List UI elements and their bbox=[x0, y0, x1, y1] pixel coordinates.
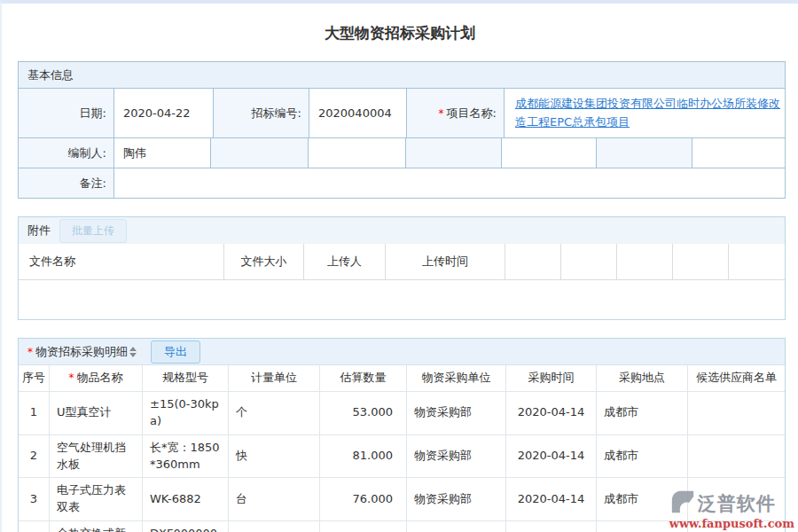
project-name-link[interactable]: 成都能源建设集团投资有限公司临时办公场所装修改造工程EPC总承包项目 bbox=[513, 90, 785, 136]
col-estimated-qty: 估算数量 bbox=[320, 365, 407, 391]
creator-value: 陶伟 bbox=[114, 138, 211, 168]
materials-section: * 物资招标采购明细 导出 序号 * 物品名称 规格型号 计量单位 估算数量 物… bbox=[18, 338, 786, 532]
materials-cell: 快 bbox=[229, 435, 320, 478]
col-file-size: 文件大小 bbox=[224, 244, 304, 279]
materials-cell bbox=[688, 478, 785, 520]
materials-cell: DXF0000000THC bbox=[143, 521, 229, 532]
materials-cell: 全热交换式新风换气机 bbox=[50, 521, 143, 532]
materials-cell: 电子式压力表双表 bbox=[50, 478, 143, 520]
materials-cell: U型真空计 bbox=[50, 392, 143, 434]
materials-cell: 长*宽：1850*360mm bbox=[143, 435, 229, 478]
col-item-name: * 物品名称 bbox=[50, 365, 143, 391]
empty-value-cell bbox=[502, 138, 597, 168]
date-value: 2020-04-22 bbox=[114, 89, 214, 137]
col-seq: 序号 bbox=[19, 365, 50, 391]
materials-cell: 2020-04-14 bbox=[506, 392, 597, 434]
materials-cell bbox=[688, 521, 785, 532]
materials-cell: 物资采购部 bbox=[407, 435, 506, 478]
bid-no-value: 2020040004 bbox=[309, 89, 407, 137]
empty-label-cell bbox=[597, 138, 692, 168]
col-empty bbox=[617, 244, 673, 279]
materials-cell bbox=[688, 392, 785, 434]
materials-cell: 4 bbox=[19, 521, 50, 532]
basic-info-row-1: 日期: 2020-04-22 招标编号: 2020040004 * 项目名称: … bbox=[19, 89, 785, 138]
materials-cell: 3 bbox=[19, 478, 50, 520]
attachments-title: 附件 bbox=[27, 223, 51, 239]
project-name-cell: 成都能源建设集团投资有限公司临时办公场所装修改造工程EPC总承包项目 bbox=[505, 89, 785, 137]
col-empty bbox=[673, 244, 729, 279]
materials-cell: WK-6882 bbox=[143, 478, 229, 520]
attachments-empty-body bbox=[19, 280, 785, 319]
page-title: 大型物资招标采购计划 bbox=[2, 4, 798, 61]
materials-cell: 个 bbox=[229, 392, 320, 434]
materials-table-row: 3电子式压力表双表WK-6882台76.000物资采购部2020-04-14成都… bbox=[19, 478, 785, 521]
col-purchase-place: 采购地点 bbox=[597, 365, 688, 391]
materials-cell: 台 bbox=[229, 521, 320, 532]
project-name-label: * 项目名称: bbox=[407, 89, 505, 137]
materials-cell: 2020-04-14 bbox=[506, 521, 597, 532]
materials-cell: 2020-04-14 bbox=[506, 435, 597, 478]
col-candidate-suppliers: 候选供应商名单 bbox=[688, 365, 785, 391]
empty-value-cell bbox=[309, 138, 406, 168]
empty-value-cell bbox=[692, 138, 785, 168]
materials-table-row: 4全热交换式新风换气机DXF0000000THC台12.000物资采购部2020… bbox=[19, 521, 785, 532]
materials-table-body: 1U型真空计±15(0-30kpa)个53.000物资采购部2020-04-14… bbox=[19, 392, 785, 532]
materials-table-row: 1U型真空计±15(0-30kpa)个53.000物资采购部2020-04-14… bbox=[19, 392, 785, 435]
materials-table-header: 序号 * 物品名称 规格型号 计量单位 估算数量 物资采购单位 采购时间 采购地… bbox=[19, 365, 785, 392]
bid-no-label: 招标编号: bbox=[214, 89, 309, 137]
materials-cell: 空气处理机挡水板 bbox=[50, 435, 143, 478]
col-empty bbox=[561, 244, 617, 279]
col-spec-model: 规格型号 bbox=[143, 365, 229, 391]
materials-cell: 物资采购部 bbox=[407, 521, 506, 532]
attachments-section: 附件 批量上传 文件名称 文件大小 上传人 上传时间 bbox=[18, 216, 786, 320]
materials-cell: 2020-04-14 bbox=[506, 478, 597, 520]
col-file-name: 文件名称 bbox=[19, 244, 224, 279]
attachments-table-header: 文件名称 文件大小 上传人 上传时间 bbox=[19, 244, 785, 280]
basic-info-section: 基本信息 日期: 2020-04-22 招标编号: 2020040004 * 项… bbox=[18, 61, 786, 199]
materials-cell: 成都市 bbox=[597, 392, 688, 434]
col-uploader: 上传人 bbox=[304, 244, 386, 279]
materials-cell: 81.000 bbox=[320, 435, 407, 478]
required-asterisk: * bbox=[27, 346, 33, 358]
materials-cell: 台 bbox=[229, 478, 320, 520]
col-unit: 计量单位 bbox=[229, 365, 320, 391]
remark-value bbox=[114, 168, 785, 198]
materials-cell: 12.000 bbox=[320, 521, 407, 532]
basic-info-row-2: 编制人: 陶伟 bbox=[19, 138, 785, 168]
materials-cell: 2 bbox=[19, 435, 50, 478]
materials-cell bbox=[688, 435, 785, 478]
attachments-header: 附件 批量上传 bbox=[19, 217, 785, 244]
materials-title: 物资招标采购明细 bbox=[35, 344, 128, 360]
materials-cell: 成都市 bbox=[597, 435, 688, 478]
date-label: 日期: bbox=[19, 89, 114, 137]
remark-label: 备注: bbox=[19, 168, 114, 198]
export-button[interactable]: 导出 bbox=[151, 340, 200, 364]
col-upload-time: 上传时间 bbox=[386, 244, 505, 279]
col-purchase-dept: 物资采购单位 bbox=[407, 365, 506, 391]
empty-label-cell bbox=[406, 138, 502, 168]
basic-info-row-3: 备注: bbox=[19, 168, 785, 198]
materials-header: * 物资招标采购明细 导出 bbox=[19, 339, 785, 365]
required-asterisk: * bbox=[69, 371, 74, 386]
sort-spinner-icon[interactable] bbox=[129, 347, 137, 357]
materials-cell: 成都市 bbox=[597, 521, 688, 532]
materials-cell: 53.000 bbox=[320, 392, 407, 434]
materials-cell: 1 bbox=[19, 392, 50, 434]
materials-table-row: 2空气处理机挡水板长*宽：1850*360mm快81.000物资采购部2020-… bbox=[19, 435, 785, 479]
batch-upload-button[interactable]: 批量上传 bbox=[59, 219, 127, 243]
materials-cell: 物资采购部 bbox=[407, 478, 506, 520]
materials-cell: 成都市 bbox=[597, 478, 688, 520]
creator-label: 编制人: bbox=[19, 138, 114, 168]
materials-cell: ±15(0-30kpa) bbox=[143, 392, 229, 434]
col-purchase-time: 采购时间 bbox=[506, 365, 597, 391]
basic-info-header: 基本信息 bbox=[19, 62, 785, 89]
col-empty bbox=[505, 244, 561, 279]
empty-label-cell bbox=[211, 138, 309, 168]
col-empty bbox=[729, 244, 785, 279]
page: 大型物资招标采购计划 基本信息 日期: 2020-04-22 招标编号: 202… bbox=[0, 0, 798, 532]
materials-cell: 物资采购部 bbox=[407, 392, 506, 434]
materials-cell: 76.000 bbox=[320, 478, 407, 520]
required-asterisk: * bbox=[439, 107, 444, 120]
